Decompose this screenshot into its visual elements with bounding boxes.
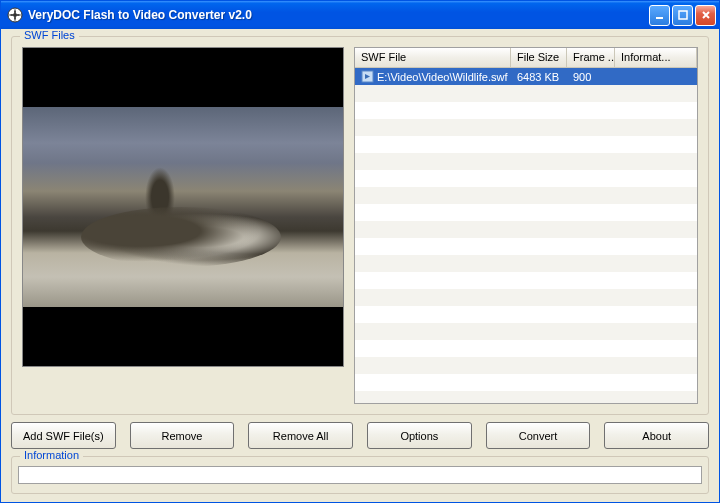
app-window: VeryDOC Flash to Video Converter v2.0 SW… [0, 0, 720, 503]
cell-info [615, 76, 697, 78]
maximize-button[interactable] [672, 5, 693, 26]
table-body[interactable]: E:\Video\Video\Wildlife.swf 6483 KB 900 [355, 68, 697, 403]
button-row: Add SWF File(s) Remove Remove All Option… [11, 422, 709, 449]
window-controls [649, 5, 716, 26]
col-header-file[interactable]: SWF File [355, 48, 511, 67]
swf-files-group: SWF Files SWF File File Size Frame ... I… [11, 36, 709, 415]
col-header-size[interactable]: File Size [511, 48, 567, 67]
about-button[interactable]: About [604, 422, 709, 449]
info-group-legend: Information [20, 449, 83, 461]
svg-rect-2 [656, 17, 663, 19]
swf-file-list[interactable]: SWF File File Size Frame ... Informat... [354, 47, 698, 404]
window-title: VeryDOC Flash to Video Converter v2.0 [28, 8, 649, 22]
content-area: SWF Files SWF File File Size Frame ... I… [1, 29, 719, 502]
table-row[interactable]: E:\Video\Video\Wildlife.swf 6483 KB 900 [355, 68, 697, 85]
preview-pane [22, 47, 344, 367]
cell-file-text: E:\Video\Video\Wildlife.swf [377, 71, 507, 83]
cell-size: 6483 KB [511, 70, 567, 84]
status-field [18, 466, 702, 484]
remove-all-button[interactable]: Remove All [248, 422, 353, 449]
svg-rect-3 [679, 11, 687, 19]
swf-file-icon [361, 70, 374, 83]
table-header: SWF File File Size Frame ... Informat... [355, 48, 697, 68]
options-button[interactable]: Options [367, 422, 472, 449]
col-header-frame[interactable]: Frame ... [567, 48, 615, 67]
minimize-button[interactable] [649, 5, 670, 26]
cell-frame: 900 [567, 70, 615, 84]
remove-button[interactable]: Remove [130, 422, 235, 449]
cell-file: E:\Video\Video\Wildlife.swf [355, 69, 511, 84]
swf-group-legend: SWF Files [20, 29, 79, 41]
close-button[interactable] [695, 5, 716, 26]
convert-button[interactable]: Convert [486, 422, 591, 449]
col-header-info[interactable]: Informat... [615, 48, 697, 67]
add-swf-button[interactable]: Add SWF File(s) [11, 422, 116, 449]
app-icon [7, 7, 23, 23]
preview-frame [23, 107, 343, 307]
information-group: Information [11, 456, 709, 494]
titlebar[interactable]: VeryDOC Flash to Video Converter v2.0 [1, 1, 719, 29]
